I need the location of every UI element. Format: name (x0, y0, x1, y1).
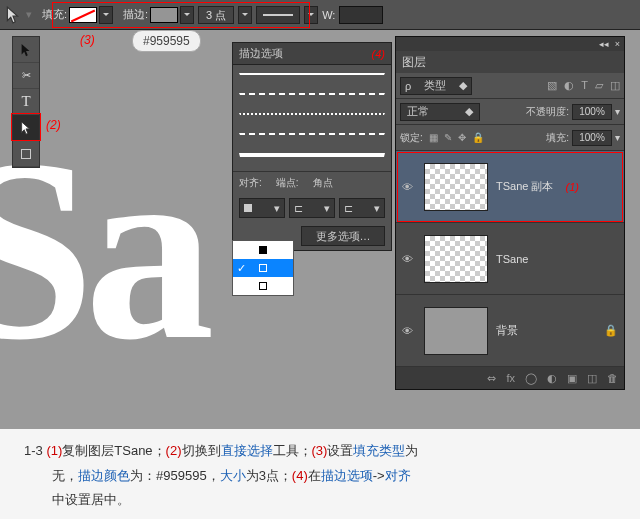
panel-close-icon[interactable]: × (615, 39, 620, 49)
corner-label: 角点 (313, 176, 333, 190)
opacity-label: 不透明度: (526, 105, 569, 119)
cap-label: 端点: (276, 176, 299, 190)
tool-crop[interactable]: ✂ (13, 63, 39, 89)
stroke-style-preview[interactable] (256, 6, 300, 24)
stroke-sample-dash[interactable] (239, 93, 385, 103)
fill-opacity-label: 填充: (546, 131, 569, 145)
layer-thumb[interactable] (424, 235, 488, 283)
layer-list: 👁 TSane 副本 (1) 👁 TSane 👁 背景 🔒 (396, 151, 624, 367)
layer-name[interactable]: TSane (496, 253, 528, 265)
stroke-panel-title: 描边选项 (239, 46, 283, 61)
annotation-1-layer: (1) (565, 181, 578, 193)
align-label: 对齐: (239, 176, 262, 190)
lock-brush-icon[interactable]: ✎ (444, 132, 452, 143)
align-opt-inside[interactable] (233, 277, 293, 295)
lock-pixels-icon[interactable]: ▦ (429, 132, 438, 143)
layers-tab[interactable]: 图层 (396, 51, 624, 73)
stroke-size-dropdown[interactable] (238, 6, 252, 24)
panel-collapse-icon[interactable]: ◂◂ (599, 39, 609, 49)
stroke-sample-dash2[interactable] (239, 133, 385, 143)
delete-icon[interactable]: 🗑 (607, 372, 618, 384)
corner-combo[interactable]: ⊏▾ (339, 198, 385, 218)
align-opt-center[interactable]: ✓ (233, 259, 293, 277)
group-icon[interactable]: ▣ (567, 372, 577, 385)
filter-type-icon[interactable]: T (581, 79, 588, 92)
stroke-size-input[interactable]: 3 点 (198, 6, 234, 24)
fill-opacity-value[interactable]: 100% (572, 130, 612, 146)
layer-name[interactable]: 背景 (496, 323, 518, 338)
filter-shape-icon[interactable]: ▱ (595, 79, 603, 92)
cap-combo[interactable]: ⊏▾ (289, 198, 335, 218)
align-combo[interactable]: ▾ (239, 198, 285, 218)
align-dropdown-popup: ✓ (232, 240, 294, 296)
stroke-label: 描边: (123, 7, 148, 22)
fx-icon[interactable]: fx (506, 372, 515, 384)
lock-position-icon[interactable]: ✥ (458, 132, 466, 143)
direct-select-icon (4, 6, 22, 24)
layer-item[interactable]: 👁 背景 🔒 (396, 295, 624, 367)
annotation-3: (3) (80, 33, 95, 47)
stroke-swatch[interactable] (150, 7, 178, 23)
lock-label: 锁定: (400, 131, 423, 145)
filter-image-icon[interactable]: ▧ (547, 79, 557, 92)
caption-text: 1-3 (1)复制图层TSane；(2)切换到直接选择工具；(3)设置填充类型为… (0, 429, 640, 519)
blend-mode-dropdown[interactable]: 正常◆ (400, 103, 480, 121)
stroke-sample-thick[interactable] (239, 153, 385, 163)
width-label: W: (322, 9, 335, 21)
layer-item[interactable]: 👁 TSane 副本 (1) (396, 151, 624, 223)
stroke-sample-solid[interactable] (239, 73, 385, 83)
layer-item[interactable]: 👁 TSane (396, 223, 624, 295)
new-layer-icon[interactable]: ◫ (587, 372, 597, 385)
mask-icon[interactable]: ◯ (525, 372, 537, 385)
more-options-button[interactable]: 更多选项… (301, 226, 385, 246)
fill-swatch[interactable] (69, 7, 97, 23)
fill-dropdown[interactable] (99, 6, 113, 24)
stroke-sample-dot[interactable] (239, 113, 385, 123)
tools-toolbar: ✂ T (12, 36, 40, 168)
link-icon[interactable]: ⇔ (487, 372, 496, 385)
layer-thumb[interactable] (424, 163, 488, 211)
stroke-options-panel: 描边选项 (4) 对齐: 端点: 角点 ▾ ⊏▾ ⊏▾ 更多选项… (232, 42, 392, 251)
options-bar: ▾ 填充: 描边: 3 点 W: (0, 0, 640, 30)
adjust-icon[interactable]: ◐ (547, 372, 557, 385)
layers-panel: ◂◂× 图层 ρ类型◆ ▧ ◐ T ▱ ◫ 正常◆ 不透明度:100%▾ 锁定:… (395, 36, 625, 390)
layer-filter-type[interactable]: ρ类型◆ (400, 77, 472, 95)
annotation-2: (2) (46, 118, 61, 132)
lock-icon: 🔒 (604, 324, 618, 337)
opacity-value[interactable]: 100% (572, 104, 612, 120)
tool-type[interactable]: T (13, 89, 39, 115)
visibility-icon[interactable]: 👁 (402, 253, 416, 265)
tool-direct-select[interactable] (13, 115, 39, 141)
visibility-icon[interactable]: 👁 (402, 325, 416, 337)
visibility-icon[interactable]: 👁 (402, 181, 416, 193)
width-input[interactable] (339, 6, 383, 24)
hex-tooltip: #959595 (132, 30, 201, 52)
annotation-4: (4) (372, 48, 385, 60)
layer-name[interactable]: TSane 副本 (496, 179, 553, 194)
tool-rect[interactable] (13, 141, 39, 167)
stroke-style-dropdown[interactable] (304, 6, 318, 24)
tool-path-select[interactable] (13, 37, 39, 63)
filter-adjust-icon[interactable]: ◐ (564, 79, 574, 92)
filter-smart-icon[interactable]: ◫ (610, 79, 620, 92)
align-opt-outside[interactable] (233, 241, 293, 259)
stroke-color-dropdown[interactable] (180, 6, 194, 24)
lock-all-icon[interactable]: 🔒 (472, 132, 484, 143)
fill-label: 填充: (42, 7, 67, 22)
layer-thumb[interactable] (424, 307, 488, 355)
